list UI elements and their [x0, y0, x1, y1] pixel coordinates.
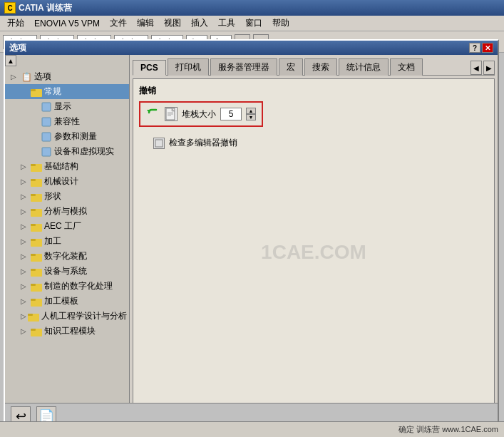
checkbox-icon[interactable] — [153, 138, 165, 149]
svg-rect-29 — [31, 329, 36, 331]
expand-icon-14: ▷ — [21, 282, 29, 290]
stack-label: 堆栈大小 — [182, 108, 216, 120]
tree-label-1: 常规 — [44, 86, 61, 98]
svg-rect-2 — [42, 103, 51, 111]
section-label: 撤销 — [139, 85, 488, 97]
expand-icon-15: ▷ — [21, 297, 29, 305]
item-icon-4 — [41, 131, 52, 143]
tree-label-16: 人机工程学设计与分析 — [41, 310, 127, 322]
undo-box: 堆栈大小 ▲ ▼ — [139, 101, 263, 127]
expand-icon-10: ▷ — [21, 222, 29, 230]
tree-item-12[interactable]: ▷数字化装配 — [5, 249, 129, 264]
expand-icon-11: ▷ — [21, 237, 29, 245]
tab-pcs[interactable]: PCS — [133, 60, 166, 76]
menu-tools[interactable]: 工具 — [214, 16, 240, 31]
tree-label-7: 机械设计 — [44, 175, 78, 187]
tree-item-0[interactable]: ▷📋选项 — [5, 69, 129, 84]
tree-item-14[interactable]: ▷制造的数字化处理 — [5, 279, 129, 294]
tree-label-11: 加工 — [44, 235, 61, 247]
expand-icon-16: ▷ — [21, 312, 26, 320]
tree-item-11[interactable]: ▷加工 — [5, 234, 129, 249]
tree-item-4[interactable]: 参数和测量 — [5, 129, 129, 144]
svg-rect-27 — [28, 314, 33, 316]
dialog-help-button[interactable]: ? — [469, 43, 480, 53]
tab-macro[interactable]: 宏 — [279, 58, 303, 76]
tab-nav: ◀ ▶ — [470, 61, 495, 75]
tree-item-6[interactable]: ▷基础结构 — [5, 159, 129, 174]
spin-buttons: ▲ ▼ — [246, 108, 256, 120]
menu-window[interactable]: 窗口 — [241, 16, 267, 31]
dialog-close-button[interactable]: ✕ — [482, 43, 493, 53]
tab-printer[interactable]: 打印机 — [168, 58, 209, 76]
menu-edit[interactable]: 编辑 — [133, 16, 158, 31]
svg-rect-21 — [31, 269, 36, 271]
content-area: 1CAE.COM 撤销 — [133, 78, 495, 426]
svg-marker-30 — [147, 110, 151, 113]
tab-search[interactable]: 搜索 — [304, 58, 337, 76]
dialog-controls: ? ✕ — [469, 43, 493, 53]
item-icon-16 — [28, 311, 39, 322]
tree-scroll-up[interactable]: ▲ — [5, 55, 16, 66]
tree-label-8: 形状 — [44, 190, 61, 202]
svg-rect-23 — [31, 284, 36, 286]
item-icon-12 — [31, 251, 42, 262]
tab-doc[interactable]: 文档 — [390, 58, 423, 76]
tab-nav-right[interactable]: ▶ — [483, 61, 495, 75]
tree-item-9[interactable]: ▷分析与模拟 — [5, 204, 129, 219]
tree-label-14: 制造的数字化处理 — [44, 280, 113, 292]
svg-rect-15 — [31, 224, 36, 226]
menu-file[interactable]: 文件 — [106, 16, 131, 31]
tree-item-10[interactable]: ▷AEC 工厂 — [5, 219, 129, 234]
menu-view[interactable]: 视图 — [160, 16, 185, 31]
svg-rect-5 — [42, 148, 51, 156]
tree-label-17: 知识工程模块 — [44, 325, 96, 337]
tab-nav-left[interactable]: ◀ — [470, 61, 482, 75]
expand-icon-0: ▷ — [11, 73, 19, 81]
tree-label-5: 设备和虚拟现实 — [54, 145, 114, 158]
item-icon-5 — [41, 146, 52, 158]
svg-rect-13 — [31, 209, 36, 211]
item-icon-7 — [31, 176, 42, 187]
tree-label-0: 选项 — [34, 71, 51, 83]
spin-up-button[interactable]: ▲ — [246, 108, 256, 114]
item-icon-9 — [31, 206, 42, 217]
menu-enovia[interactable]: ENOVIA V5 VPM — [30, 17, 104, 30]
spin-down-button[interactable]: ▼ — [246, 114, 256, 120]
menu-insert[interactable]: 插入 — [187, 16, 212, 31]
tree-item-7[interactable]: ▷机械设计 — [5, 174, 129, 189]
menu-start[interactable]: 开始 — [3, 16, 29, 31]
tree-label-9: 分析与模拟 — [44, 205, 87, 217]
item-icon-0: 📋 — [21, 71, 32, 83]
svg-rect-7 — [31, 164, 36, 166]
svg-rect-9 — [31, 179, 36, 181]
tree-item-1[interactable]: 常规 — [5, 84, 129, 99]
expand-icon-7: ▷ — [21, 178, 29, 185]
item-icon-14 — [31, 281, 42, 292]
undo-icon — [146, 107, 160, 121]
tree-item-17[interactable]: ▷知识工程模块 — [5, 324, 129, 339]
tree-item-3[interactable]: 兼容性 — [5, 114, 129, 129]
tab-server[interactable]: 服务器管理器 — [210, 58, 277, 76]
svg-rect-25 — [31, 299, 36, 301]
svg-rect-36 — [155, 140, 163, 147]
menu-bar: 开始 ENOVIA V5 VPM 文件 编辑 视图 插入 工具 窗口 帮助 — [0, 16, 504, 31]
tree-item-2[interactable]: 显示 — [5, 99, 129, 114]
stack-value-input[interactable] — [220, 108, 242, 120]
tree-item-16[interactable]: ▷人机工程学设计与分析 — [5, 309, 129, 324]
tree-item-8[interactable]: ▷形状 — [5, 189, 129, 204]
svg-rect-17 — [31, 239, 36, 241]
dialog: 选项 ? ✕ ▲ ▷📋选项常规显示兼容性参数和测量设备和虚拟现实▷基础结构▷机械… — [4, 39, 499, 430]
tree-item-5[interactable]: 设备和虚拟现实 — [5, 144, 129, 159]
tree-item-15[interactable]: ▷加工模板 — [5, 294, 129, 309]
tree-label-13: 设备与系统 — [44, 265, 87, 277]
tab-stats[interactable]: 统计信息 — [339, 58, 389, 76]
tree-label-3: 兼容性 — [54, 115, 80, 128]
tree-item-13[interactable]: ▷设备与系统 — [5, 264, 129, 279]
tree-label-10: AEC 工厂 — [44, 220, 81, 232]
svg-rect-4 — [42, 133, 51, 141]
expand-icon-8: ▷ — [21, 192, 29, 200]
svg-rect-3 — [42, 118, 51, 126]
app-title: CATIA 训练营 — [19, 2, 72, 14]
menu-help[interactable]: 帮助 — [268, 16, 294, 31]
tabs-row: PCS 打印机 服务器管理器 宏 搜索 统计信息 文档 ◀ ▶ — [133, 58, 495, 76]
